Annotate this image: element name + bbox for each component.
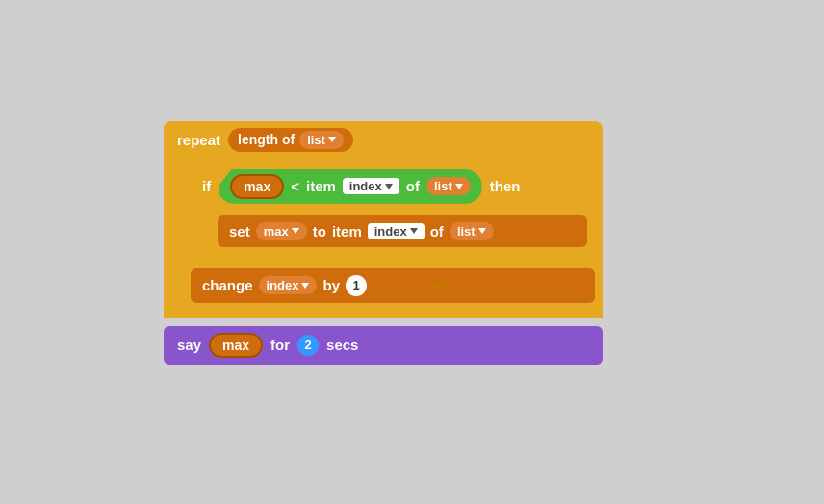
set-block: set max to item index of [218,215,587,247]
by-label: by [322,277,340,293]
index-dropdown-if[interactable]: index [343,178,399,194]
item-label-if: item [306,178,336,194]
condition-block: max < item index of list [219,169,482,204]
max-oval-say: max [209,333,263,358]
dropdown-arrow-max-set [292,228,299,234]
say-label: say [177,337,201,353]
length-of-label: length of list [228,128,353,152]
if-label: if [202,178,211,194]
dropdown-arrow-index-if [385,184,393,189]
of-label-if: of [406,178,420,194]
dropdown-arrow-list-if [455,184,463,189]
max-oval: max [230,174,284,199]
if-block: if max < item index [191,163,595,262]
repeat-block: repeat length of list [164,121,603,159]
max-dropdown-set[interactable]: max [256,222,307,240]
say-block: say max for 2 secs [164,326,603,365]
dropdown-arrow-index-set [410,228,418,234]
to-label: to [313,223,326,239]
value-badge-say: 2 [297,335,319,356]
dropdown-arrow-change [301,283,309,289]
of-label-set: of [430,223,444,239]
for-label: for [270,337,290,353]
list-dropdown-set[interactable]: list [450,222,494,240]
change-block: change index by 1 ↵ [191,268,595,303]
value-badge-change: 1 [346,275,367,296]
return-arrow: ↵ [430,275,445,296]
list-dropdown-repeat[interactable]: list [299,131,344,149]
change-label: change [202,277,253,293]
index-dropdown-change[interactable]: index [259,276,318,294]
secs-label: secs [326,337,358,353]
repeat-label: repeat [177,132,220,148]
index-dropdown-set[interactable]: index [368,223,425,239]
list-dropdown-if[interactable]: list [426,177,471,195]
less-than: < [291,178,299,194]
dropdown-arrow-list-set [478,228,486,234]
dropdown-arrow-repeat [328,137,336,142]
set-label: set [229,223,250,239]
then-label: then [490,178,521,194]
item-label-set: item [332,223,362,239]
